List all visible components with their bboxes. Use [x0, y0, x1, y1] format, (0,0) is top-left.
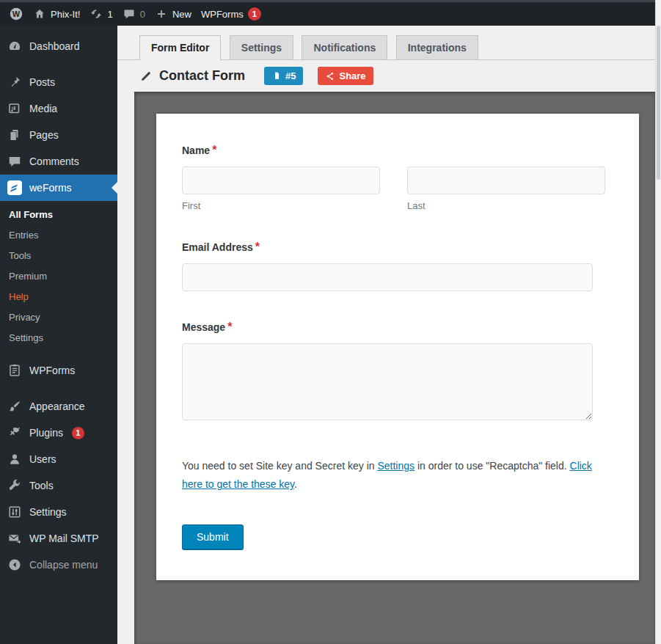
updates-menu[interactable]: 1 — [90, 7, 112, 21]
tab-form-editor[interactable]: Form Editor — [139, 35, 221, 60]
message-field-label: Message — [182, 321, 225, 333]
submenu-item-settings[interactable]: Settings — [0, 328, 117, 348]
sidebar-item-label: Pages — [29, 129, 59, 141]
sidebar-item-label: Settings — [29, 506, 67, 518]
comments-menu[interactable]: 0 — [123, 7, 145, 21]
first-name-column: First — [182, 167, 380, 211]
message-field-group: Message* — [182, 321, 613, 420]
sidebar-item-collapse-menu[interactable]: Collapse menu — [0, 552, 117, 578]
collapse-icon — [7, 557, 22, 572]
sidebar-item-users[interactable]: Users — [0, 446, 117, 472]
sidebar-item-label: Posts — [29, 76, 55, 88]
sidebar-item-weforms[interactable]: weForms — [0, 175, 117, 201]
sidebar-item-comments[interactable]: Comments — [0, 148, 117, 175]
sidebar-item-label: Appearance — [29, 400, 85, 412]
site-name: Phix-It! — [51, 9, 80, 20]
pages-icon — [7, 128, 22, 142]
tab-settings[interactable]: Settings — [230, 35, 293, 59]
sidebar-item-wp-mail-smtp[interactable]: WP Mail SMTP — [0, 525, 117, 552]
brush-icon — [7, 399, 22, 414]
sliders-icon — [7, 505, 22, 519]
submenu-item-privacy[interactable]: Privacy — [0, 307, 117, 328]
sidebar-item-plugins[interactable]: Plugins 1 — [0, 420, 117, 446]
share-button[interactable]: Share — [318, 67, 373, 85]
sidebar-item-tools[interactable]: Tools — [0, 472, 117, 499]
wpforms-notification-badge: 1 — [248, 7, 261, 21]
form-id-button[interactable]: #5 — [264, 67, 303, 85]
sidebar-item-label: Comments — [29, 155, 79, 167]
first-name-sublabel: First — [182, 200, 380, 211]
required-marker: * — [212, 144, 216, 156]
site-name-menu[interactable]: Phix-It! — [33, 7, 80, 21]
submenu-item-premium[interactable]: Premium — [0, 266, 117, 287]
last-name-sublabel: Last — [407, 200, 605, 211]
scrollbar-thumb[interactable] — [657, 26, 660, 180]
wrench-icon — [7, 478, 22, 493]
sidebar-item-posts[interactable]: Posts — [0, 69, 117, 95]
edit-pencil-icon[interactable] — [139, 70, 153, 83]
submenu-item-help[interactable]: Help — [0, 287, 117, 307]
form-toolbar: Contact Form #5 Share — [117, 60, 655, 92]
tab-notifications[interactable]: Notifications — [302, 35, 387, 59]
tab-integrations[interactable]: Integrations — [396, 35, 478, 59]
wpforms-adminbar-menu[interactable]: WPForms 1 — [201, 7, 261, 21]
submit-button[interactable]: Submit — [182, 524, 244, 549]
name-field-group: Name* First Last — [182, 144, 613, 211]
first-name-input[interactable] — [182, 167, 380, 194]
wordpress-logo-icon: W — [9, 7, 23, 21]
email-input[interactable] — [182, 263, 593, 291]
plugins-update-badge: 1 — [72, 427, 84, 439]
sidebar-item-label: WP Mail SMTP — [29, 533, 99, 544]
sidebar-item-media[interactable]: Media — [0, 95, 117, 122]
sidebar-item-label: WPForms — [29, 365, 75, 376]
submenu-item-all-forms[interactable]: All Forms — [0, 205, 117, 225]
sidebar-item-label: Dashboard — [29, 40, 80, 52]
submenu-item-tools[interactable]: Tools — [0, 246, 117, 266]
clipboard-icon — [7, 363, 22, 378]
new-label: New — [172, 9, 191, 20]
menu-separator — [0, 384, 117, 393]
main-content: Form Editor Settings Notifications Integ… — [117, 26, 655, 644]
last-name-input[interactable] — [407, 167, 605, 194]
admin-bar: W Phix-It! 1 0 New WPForms 1 — [0, 2, 655, 26]
window-top-edge — [0, 0, 661, 2]
sidebar-item-label: Plugins — [29, 427, 63, 439]
wpforms-adminbar-label: WPForms — [201, 9, 244, 20]
form-tabs: Form Editor Settings Notifications Integ… — [117, 35, 655, 60]
recaptcha-settings-link[interactable]: Settings — [377, 460, 415, 472]
name-field-label: Name — [182, 144, 210, 156]
message-textarea[interactable] — [182, 343, 593, 420]
submenu-item-entries[interactable]: Entries — [0, 225, 117, 246]
mail-icon — [7, 531, 22, 546]
page-copy-icon — [271, 70, 282, 81]
menu-separator — [0, 59, 117, 69]
comment-count: 0 — [140, 9, 145, 20]
comment-icon — [7, 154, 22, 169]
sidebar-item-label: Tools — [29, 480, 54, 491]
page-scrollbar[interactable] — [655, 0, 661, 644]
name-inputs-row: First Last — [182, 167, 613, 211]
svg-text:W: W — [12, 10, 21, 18]
sidebar-item-pages[interactable]: Pages — [0, 122, 117, 148]
weforms-submenu: All Forms Entries Tools Premium Help Pri… — [0, 201, 117, 357]
new-content-menu[interactable]: New — [155, 7, 191, 21]
wordpress-logo-menu[interactable]: W — [9, 7, 23, 21]
recaptcha-notice: You need to set Site key and Secret key … — [182, 457, 613, 494]
pin-icon — [7, 75, 22, 89]
weforms-icon — [7, 180, 22, 195]
form-preview-card: Name* First Last Email Address* M — [156, 114, 639, 580]
user-icon — [7, 452, 22, 466]
dashboard-icon — [7, 39, 22, 54]
last-name-column: Last — [407, 167, 605, 211]
email-field-group: Email Address* — [182, 241, 613, 291]
sidebar-item-wpforms[interactable]: WPForms — [0, 357, 117, 384]
home-icon — [33, 7, 46, 21]
required-marker: * — [227, 321, 232, 333]
sidebar-item-settings[interactable]: Settings — [0, 499, 117, 525]
share-icon — [325, 71, 335, 81]
comment-bubble-icon — [123, 7, 136, 21]
admin-sidebar: Dashboard Posts Media Pages Comments weF… — [0, 26, 117, 644]
sidebar-item-label: Collapse menu — [29, 559, 98, 571]
sidebar-item-dashboard[interactable]: Dashboard — [0, 33, 117, 59]
sidebar-item-appearance[interactable]: Appearance — [0, 393, 117, 420]
